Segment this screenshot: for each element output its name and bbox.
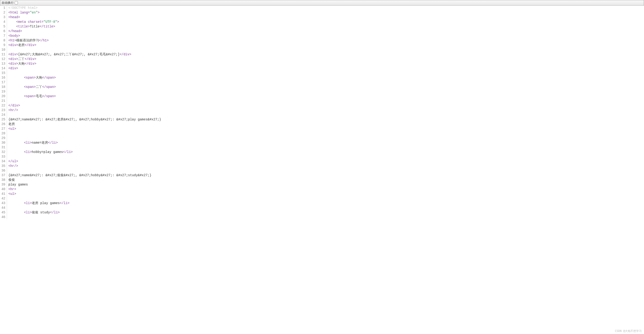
code-token: "UTF-8" (44, 20, 57, 24)
code-line[interactable]: <div>二丫</div> (8, 57, 644, 61)
code-line[interactable]: 俊俊 (8, 178, 644, 182)
code-line[interactable]: </div> (8, 103, 644, 108)
code-token: 老房 play games (32, 201, 60, 205)
code-token (8, 211, 24, 214)
code-token: </div> (24, 57, 36, 61)
code-line[interactable] (8, 145, 644, 150)
code-area[interactable]: <!DOCTYPE html><html lang="en"><head> <m… (7, 6, 644, 219)
code-token: <div> (8, 62, 18, 66)
code-line[interactable]: <li>name=老房</li> (8, 140, 644, 145)
code-token (8, 20, 16, 24)
code-line[interactable] (8, 99, 644, 103)
code-line[interactable]: <h1>模板语法的学习</h1> (8, 38, 644, 43)
code-token: <html (8, 11, 20, 15)
code-line[interactable] (8, 80, 644, 85)
code-line[interactable]: <span>毛毛</span> (8, 94, 644, 99)
code-line[interactable]: <head> (8, 15, 644, 20)
line-number: 13 (0, 61, 5, 66)
code-token (8, 85, 24, 89)
code-line[interactable]: <span>大炮</span> (8, 75, 644, 80)
code-token: </h1> (39, 39, 49, 42)
code-token: "en" (30, 11, 38, 15)
code-line[interactable]: <title>Title</title> (8, 24, 644, 29)
code-token: hobby=play games (32, 150, 63, 154)
code-token: <title> (16, 25, 30, 28)
code-token: 二丫 (36, 85, 42, 89)
code-token: {&#x27;name&#x27;: &#x27;俊俊&#x27;, &#x27… (8, 173, 152, 177)
code-line[interactable]: </head> (8, 29, 644, 34)
code-line[interactable] (8, 196, 644, 201)
code-line[interactable]: <li>hobby=play games</li> (8, 150, 644, 154)
code-line[interactable]: {&#x27;name&#x27;: &#x27;俊俊&#x27;, &#x27… (8, 173, 644, 178)
code-line[interactable]: <span>二丫</span> (8, 85, 644, 89)
code-token: </title> (40, 25, 55, 28)
wrap-checkbox[interactable] (15, 1, 18, 5)
code-token: 老房 (8, 122, 15, 126)
line-number: 5 (0, 24, 5, 29)
line-number: 29 (0, 136, 5, 140)
line-number: 46 (0, 215, 5, 219)
code-line[interactable]: <div>大炮</div> (8, 61, 644, 66)
toolbar: 自动换行 (0, 0, 644, 6)
code-token (8, 76, 24, 80)
code-token: 二丫 (18, 57, 24, 61)
code-token: name=老房 (32, 141, 48, 145)
code-token: </span> (42, 85, 56, 89)
line-number: 25 (0, 117, 5, 122)
code-line[interactable]: <div>老房</div> (8, 43, 644, 48)
code-token: <li> (24, 211, 32, 214)
line-number: 16 (0, 75, 5, 80)
code-line[interactable]: <ul> (8, 126, 644, 131)
code-token: <li> (24, 150, 32, 154)
code-token: <span> (24, 94, 36, 98)
line-number: 17 (0, 80, 5, 85)
code-line[interactable]: <html lang="en"> (8, 10, 644, 15)
code-line[interactable]: <!DOCTYPE html> (8, 6, 644, 10)
code-line[interactable]: </ul> (8, 159, 644, 164)
code-line[interactable]: <hr/> (8, 164, 644, 168)
code-line[interactable]: <meta charset="UTF-8"> (8, 20, 644, 24)
line-number: 39 (0, 182, 5, 187)
code-line[interactable]: <div>[&#x27;大炮&#x27;, &#x27;二丫&#x27;, &#… (8, 52, 644, 57)
line-number: 23 (0, 108, 5, 113)
code-token: Title (30, 25, 40, 28)
code-line[interactable] (8, 113, 644, 117)
code-token: <head> (8, 15, 20, 19)
code-line[interactable] (8, 168, 644, 173)
code-line[interactable]: 老房 (8, 122, 644, 126)
code-token: </li> (48, 141, 58, 145)
code-token: 大炮 (18, 62, 24, 66)
line-number: 30 (0, 140, 5, 145)
code-line[interactable]: <hr/> (8, 108, 644, 113)
code-line[interactable]: <div> (8, 66, 644, 71)
line-number: 6 (0, 29, 5, 34)
code-token: [&#x27;大炮&#x27;, &#x27;二丫&#x27;, &#x27;毛… (18, 53, 120, 56)
code-token: <h1> (8, 39, 16, 42)
code-line[interactable] (8, 48, 644, 52)
line-number: 4 (0, 20, 5, 24)
code-line[interactable]: <hr> (8, 187, 644, 192)
code-line[interactable]: play games (8, 182, 644, 187)
code-token: </span> (42, 76, 56, 80)
code-line[interactable]: {&#x27;name&#x27;: &#x27;老房&#x27;, &#x27… (8, 117, 644, 122)
code-line[interactable] (8, 89, 644, 94)
line-number: 26 (0, 122, 5, 126)
code-line[interactable] (8, 136, 644, 140)
code-line[interactable] (8, 205, 644, 210)
code-line[interactable] (8, 71, 644, 75)
code-token: <div> (8, 43, 18, 47)
code-token: <div> (8, 57, 18, 61)
line-number: 9 (0, 43, 5, 48)
code-line[interactable]: <li>俊俊 study</li> (8, 210, 644, 215)
code-token: 毛毛 (36, 94, 42, 98)
line-number: 28 (0, 131, 5, 136)
code-line[interactable] (8, 131, 644, 136)
code-line[interactable]: <body> (8, 34, 644, 38)
line-number: 33 (0, 154, 5, 159)
code-line[interactable]: <ul> (8, 192, 644, 196)
code-token: <div> (8, 67, 18, 70)
code-line[interactable] (8, 154, 644, 159)
code-line[interactable]: <li>老房 play games</li> (8, 201, 644, 205)
code-token: > (57, 20, 59, 24)
code-token: </li> (50, 211, 60, 214)
